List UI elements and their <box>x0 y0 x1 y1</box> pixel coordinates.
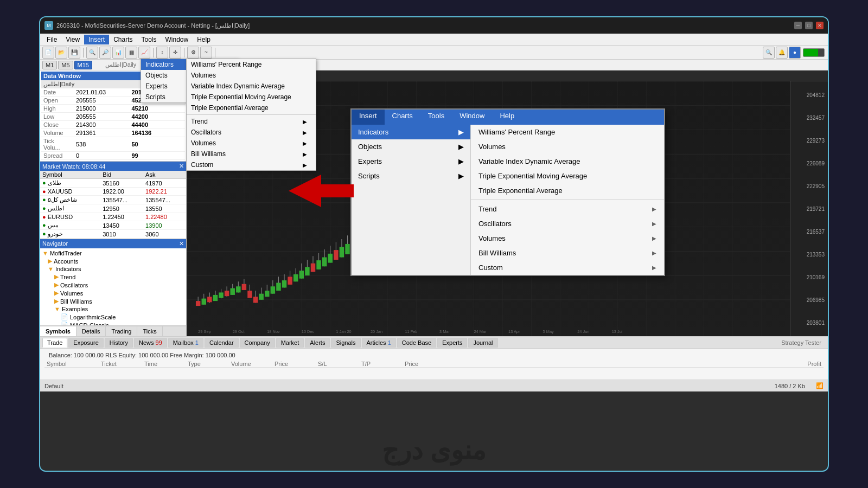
maximize-button[interactable]: □ <box>805 22 813 29</box>
term-tab-articles[interactable]: Articles 1 <box>362 338 396 348</box>
nav-close-icon[interactable]: ✕ <box>179 240 184 247</box>
term-tab-experts[interactable]: Experts <box>437 338 467 348</box>
tb-bar-chart[interactable]: ▦ <box>125 47 137 59</box>
left-tab-trading[interactable]: Trading <box>106 326 137 336</box>
menu-file[interactable]: File <box>42 35 61 44</box>
insert-right-custom[interactable]: Custom <box>471 260 664 275</box>
terminal-content: Balance: 100 000.00 RLS Equity: 100 000.… <box>40 349 828 369</box>
insert-experts-item[interactable]: Experts ▶ <box>352 154 470 169</box>
term-tab-history[interactable]: History <box>105 338 133 348</box>
sub-vida[interactable]: Variable Index Dynamic Average <box>187 81 316 92</box>
mw-close-icon[interactable]: ✕ <box>179 163 184 170</box>
sub-volumes2[interactable]: Volumes ▶ <box>187 138 316 149</box>
term-tab-market[interactable]: Market <box>276 338 304 348</box>
tb-line-chart[interactable]: 📈 <box>138 47 150 59</box>
term-tab-mailbox[interactable]: Mailbox 1 <box>168 338 203 348</box>
mw-bid: 13450 <box>100 221 143 230</box>
nav-item-bill-williams[interactable]: ▶ Bill Williams <box>41 297 185 305</box>
insert-menu-window[interactable]: Window <box>452 110 492 125</box>
insert-right-bill-williams[interactable]: Bill Williams <box>471 246 664 260</box>
tf-m1[interactable]: M1 <box>42 61 57 69</box>
insert-scripts-item[interactable]: Scripts ▶ <box>352 169 470 183</box>
arrow-svg <box>289 175 354 207</box>
minimize-button[interactable]: ─ <box>794 22 802 29</box>
insert-indicators-item[interactable]: Indicators ▶ <box>352 125 470 139</box>
term-tab-exposure[interactable]: Exposure <box>68 338 103 348</box>
insert-objects-item[interactable]: Objects ▶ <box>352 139 470 154</box>
nav-label: Trend <box>60 274 75 280</box>
menu-help[interactable]: Help <box>193 35 215 44</box>
nav-item-trend[interactable]: ▶ Trend <box>41 273 185 281</box>
menu-window[interactable]: Window <box>161 35 193 44</box>
tb-save[interactable]: 💾 <box>68 47 80 59</box>
term-tab-alerts[interactable]: Alerts <box>305 338 330 348</box>
sub-custom[interactable]: Custom ▶ <box>187 159 316 170</box>
left-tab-details[interactable]: Details <box>76 326 106 336</box>
insert-menu-insert[interactable]: Insert <box>352 110 385 125</box>
insert-right-tea[interactable]: Triple Exponential Average <box>471 183 664 198</box>
nav-item-indicators[interactable]: ▼ Indicators <box>41 265 185 273</box>
term-tab-signals[interactable]: Signals <box>331 338 360 348</box>
table-row: ● خودرو 3010 3060 <box>40 230 186 239</box>
insert-menu-help[interactable]: Help <box>492 110 522 125</box>
term-tab-company[interactable]: Company <box>240 338 275 348</box>
sub-oscillators[interactable]: Oscillators ▶ <box>187 127 316 138</box>
svg-text:24 Mar: 24 Mar <box>474 329 487 334</box>
nav-item-accounts[interactable]: ▶ Accounts <box>41 257 185 265</box>
tb-search[interactable]: 🔍 <box>763 47 775 59</box>
term-tab-calendar[interactable]: Calendar <box>205 338 239 348</box>
tb-cross[interactable]: ✛ <box>169 47 181 59</box>
term-tab-journal[interactable]: Journal <box>468 338 497 348</box>
tb-open[interactable]: 📂 <box>55 47 67 59</box>
insert-right-trend[interactable]: Trend <box>471 202 664 216</box>
menu-tools[interactable]: Tools <box>137 35 161 44</box>
menu-insert[interactable]: Insert <box>84 35 109 44</box>
sub-sep <box>187 114 316 115</box>
nav-item-oscillators[interactable]: ▶ Oscillators <box>41 281 185 289</box>
sub-tea[interactable]: Triple Exponential Average <box>187 102 316 113</box>
menu-charts[interactable]: Charts <box>109 35 137 44</box>
tf-m15[interactable]: M15 <box>74 61 92 69</box>
term-tab-news[interactable]: News 99 <box>134 338 167 348</box>
mw-bid: 12950 <box>100 204 143 213</box>
sub-trend[interactable]: Trend ▶ <box>187 116 316 127</box>
nav-item-macd[interactable]: 📄 MACD-Classic <box>41 321 185 326</box>
strategy-tester-link[interactable]: Strategy Tester <box>777 339 826 346</box>
tb-cursor[interactable]: ↕ <box>156 47 168 59</box>
sub-bill-williams[interactable]: Bill Williams ▶ <box>187 149 316 159</box>
left-tab-ticks[interactable]: Ticks <box>137 326 162 336</box>
table-row: ● XAUUSD 1922.00 1922.21 <box>40 188 186 196</box>
insert-right-volumes[interactable]: Volumes <box>471 139 664 154</box>
svg-text:11 Feb: 11 Feb <box>405 329 417 334</box>
menu-view[interactable]: View <box>61 35 84 44</box>
insert-right-williams[interactable]: Williams' Percent Range <box>471 125 664 139</box>
tf-m5[interactable]: M5 <box>58 61 73 69</box>
sub-volumes[interactable]: Volumes <box>187 70 316 81</box>
nav-item-examples[interactable]: ▼ Examples <box>41 305 185 313</box>
close-button[interactable]: ✕ <box>816 22 824 29</box>
tb-new[interactable]: 📄 <box>42 47 54 59</box>
insert-right-vida[interactable]: Variable Index Dynamic Average <box>471 154 664 169</box>
tb-settings[interactable]: ⚙ <box>187 47 199 59</box>
nav-item-volumes[interactable]: ▶ Volumes <box>41 289 185 297</box>
svg-text:29 Oct: 29 Oct <box>233 329 245 334</box>
term-tab-trade[interactable]: Trade <box>42 338 67 348</box>
sub-williams[interactable]: Williams' Percent Range <box>187 59 316 70</box>
left-tab-symbols[interactable]: Symbols <box>40 326 76 336</box>
tb-chart[interactable]: 📊 <box>112 47 124 59</box>
window-title: 2606310 - MofidSecurities-Server Demo Ac… <box>56 22 794 29</box>
insert-menu-tools[interactable]: Tools <box>420 110 452 125</box>
nav-item-mofidtrader[interactable]: ▼ MofidTrader <box>41 249 185 257</box>
tb-zoom-out[interactable]: 🔎 <box>99 47 111 59</box>
insert-right-tema[interactable]: Triple Exponential Moving Average <box>471 169 664 183</box>
insert-right-volumes2[interactable]: Volumes <box>471 231 664 246</box>
sub-tema[interactable]: Triple Exponential Moving Average <box>187 92 316 102</box>
tb-zoom-in[interactable]: 🔍 <box>86 47 98 59</box>
tb-alert[interactable]: 🔔 <box>776 47 788 59</box>
insert-right-oscillators[interactable]: Oscillators <box>471 216 664 231</box>
tb-indicator[interactable]: ~ <box>200 47 212 59</box>
tb-connect[interactable]: ● <box>789 47 801 59</box>
insert-menu-charts[interactable]: Charts <box>385 110 420 125</box>
term-tab-codebase[interactable]: Code Base <box>397 338 436 348</box>
nav-item-logarithmic[interactable]: 📄 LogarithmicScale <box>41 313 185 321</box>
